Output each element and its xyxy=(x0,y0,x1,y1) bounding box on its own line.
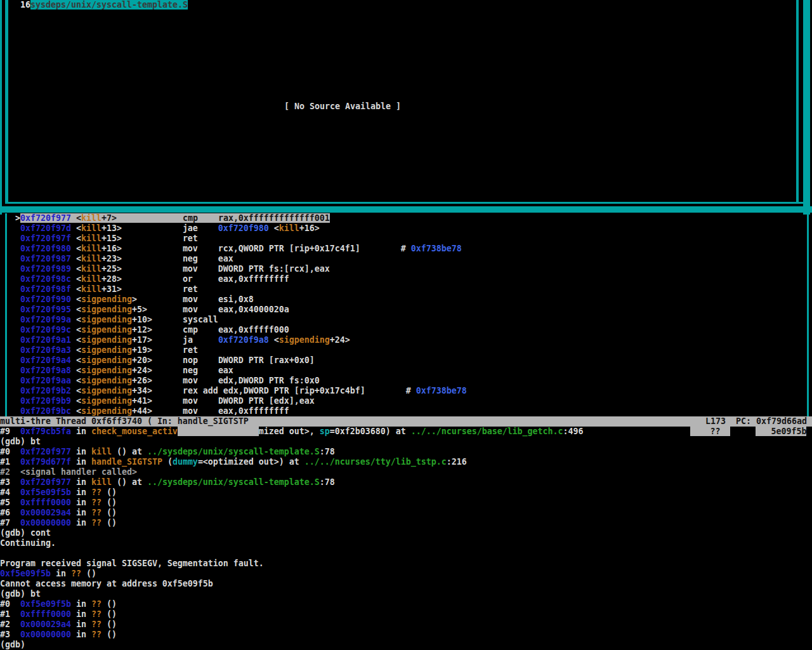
status-line-number: L173 xyxy=(705,416,726,427)
source-window-border-left-inner xyxy=(5,0,8,204)
backtrace-frame-7: #7 0x00000000 in ?? () xyxy=(0,518,812,528)
memory-error-message: Cannot access memory at address 0xf5e09f… xyxy=(0,579,812,589)
no-source-message: [ No Source Available ] xyxy=(284,102,401,112)
gdb-command-bt-2: (gdb) bt xyxy=(0,589,812,599)
source-line-number: 16 xyxy=(20,0,30,10)
asm-row-18: 0xf720f9b9 <sigpending+41> mov DWORD PTR… xyxy=(0,396,812,406)
backtrace-frame-1: #1 0xf79d677f in handle_SIGTSTP (dummy=<… xyxy=(0,457,812,467)
asm-row-5: 0xf720f989 <kill+25> mov DWORD PTR fs:[r… xyxy=(0,264,812,274)
asm-row-current: >0xf720f977 <kill+7> cmp rax,0xfffffffff… xyxy=(0,213,812,223)
asm-row-15: 0xf720f9a8 <sigpending+24> neg eax xyxy=(0,366,812,376)
status-pc: PC: 0xf79d66ad xyxy=(736,416,807,427)
stack-frame-9-overlay: #9 0xf79cb5fa in check_mouse_activ mized… xyxy=(0,427,812,437)
source-filename: sysdeps/unix/syscall-template.S xyxy=(30,0,188,10)
asm-row-1: 0xf720f97d <kill+13> jae 0xf720f980 <kil… xyxy=(0,223,812,234)
asm-row-13: 0xf720f9a3 <sigpending+19> ret xyxy=(0,345,812,355)
backtrace2-frame-1: #1 0xffff0000 in ?? () xyxy=(0,609,812,620)
asm-row-7: 0xf720f98f <kill+31> ret xyxy=(0,284,812,295)
backtrace2-frame-0: #0 0xf5e09f5b in ?? () xyxy=(0,599,812,609)
gdb-command-bt: (gdb) bt xyxy=(0,437,812,447)
gdb-command-cont: (gdb) cont xyxy=(0,528,812,538)
asm-row-16: 0xf720f9aa <sigpending+26> mov edx,DWORD… xyxy=(0,376,812,386)
asm-row-8: 0xf720f990 <sigpending> mov esi,0x8 xyxy=(0,295,812,305)
status-bar: multi-thre Thread 0xf6ff3740 ( In: handl… xyxy=(0,416,812,427)
backtrace2-frame-3: #3 0x00000000 in ?? () xyxy=(0,630,812,640)
asm-row-2: 0xf720f97f <kill+15> ret xyxy=(0,234,812,244)
gdb-console: #9 0xf79cb5fa in check_mouse_activ mized… xyxy=(0,427,812,650)
backtrace-frame-3: #3 0xf720f977 in kill () at ../sysdeps/u… xyxy=(0,477,812,488)
disassembly-panel: >0xf720f977 <kill+7> cmp rax,0xfffffffff… xyxy=(0,213,812,416)
status-right: L173PC: 0xf79d66ad xyxy=(705,416,807,427)
blank-line xyxy=(0,548,812,559)
asm-row-3: 0xf720f980 <kill+16> mov rcx,QWORD PTR [… xyxy=(0,244,812,254)
source-window-border-left-outer xyxy=(0,0,2,215)
asm-row-10: 0xf720f99a <sigpending+10> syscall xyxy=(0,315,812,325)
backtrace-frame-2: #2 <signal handler called> xyxy=(0,467,812,477)
gdb-tui-terminal: 16sysdeps/unix/syscall-template.S [ No S… xyxy=(0,0,812,650)
asm-row-4: 0xf720f987 <kill+23> neg eax xyxy=(0,254,812,264)
source-window-border-right-outer xyxy=(803,0,810,215)
source-title-bar: 16sysdeps/unix/syscall-template.S xyxy=(0,0,188,10)
asm-row-14: 0xf720f9a4 <sigpending+20> nop DWORD PTR… xyxy=(0,355,812,366)
backtrace-frame-4: #4 0xf5e09f5b in ?? () xyxy=(0,488,812,498)
asm-window-border-top xyxy=(0,206,812,213)
asm-row-17: 0xf720f9b2 <sigpending+34> rex add edx,D… xyxy=(0,386,812,396)
backtrace2-frame-2: #2 0x000029a4 in ?? () xyxy=(0,620,812,630)
asm-row-9: 0xf720f995 <sigpending+5> mov eax,0x4000… xyxy=(0,305,812,315)
fault-location: 0xf5e09f5b in ?? () xyxy=(0,569,812,579)
continuing-message: Continuing. xyxy=(0,538,812,548)
source-window-border-bottom xyxy=(5,202,810,204)
backtrace-frame-6: #6 0x000029a4 in ?? () xyxy=(0,508,812,518)
backtrace-frame-5: #5 0xffff0000 in ?? () xyxy=(0,498,812,508)
gdb-prompt[interactable]: (gdb) xyxy=(0,640,812,650)
status-text: multi-thre Thread 0xf6ff3740 ( In: handl… xyxy=(0,416,249,427)
asm-row-11: 0xf720f99c <sigpending+12> cmp eax,0xfff… xyxy=(0,325,812,335)
sigsegv-message: Program received signal SIGSEGV, Segment… xyxy=(0,559,812,569)
backtrace-frame-0: #0 0xf720f977 in kill () at ../sysdeps/u… xyxy=(0,447,812,457)
asm-row-6: 0xf720f98c <kill+28> or eax,0xffffffff xyxy=(0,274,812,284)
asm-row-19: 0xf720f9bc <sigpending+44> mov eax,0xfff… xyxy=(0,406,812,416)
asm-row-12: 0xf720f9a1 <sigpending+17> ja 0xf720f9a8… xyxy=(0,335,812,345)
source-window-border-right-inner xyxy=(796,0,799,204)
